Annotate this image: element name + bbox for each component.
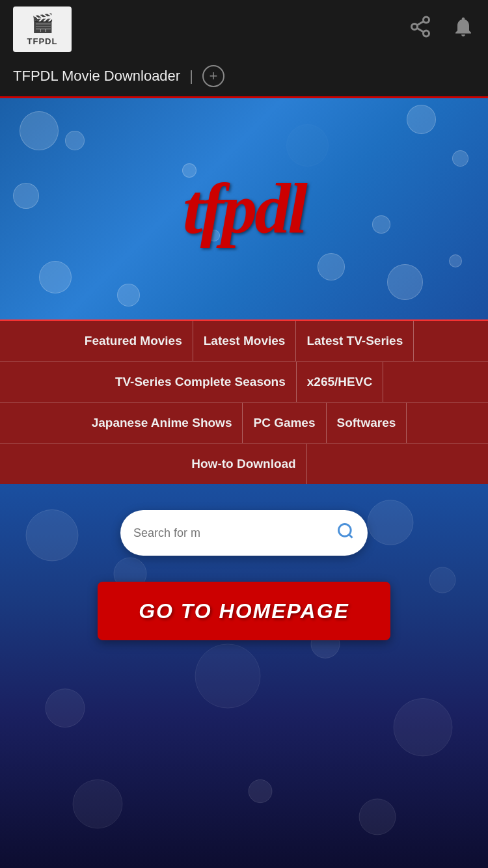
nav-pc-games[interactable]: PC Games [243,403,326,443]
nav-row-1: Featured Movies Latest Movies Latest TV-… [0,321,488,362]
title-bar: TFPDL Movie Downloader | + [0,59,488,98]
top-bar-icons [409,15,475,44]
nav-menu: Featured Movies Latest Movies Latest TV-… [0,319,488,484]
svg-point-0 [424,17,429,23]
svg-line-4 [417,21,424,25]
nav-tv-series-complete[interactable]: TV-Series Complete Seasons [105,362,297,402]
hero-banner: tfpdl [0,98,488,319]
svg-point-1 [412,24,418,30]
homepage-button[interactable]: GO TO HOMEPAGE [98,582,390,640]
logo-icon: 🎬 [31,12,54,34]
svg-point-11 [394,698,452,756]
bell-icon[interactable] [452,15,475,44]
nav-row-2: TV-Series Complete Seasons x265/HEVC [0,362,488,403]
logo-text: TFPDL [27,36,58,46]
svg-line-3 [417,28,424,32]
app-logo: 🎬 TFPDL [13,7,72,52]
search-input[interactable] [133,526,330,540]
nav-latest-movies[interactable]: Latest Movies [193,321,297,361]
svg-line-17 [349,534,352,537]
search-container [120,510,368,556]
svg-point-9 [195,644,260,708]
nav-softwares[interactable]: Softwares [327,403,407,443]
nav-how-to-download[interactable]: How-to Download [181,444,306,484]
nav-latest-tv-series[interactable]: Latest TV-Series [296,321,414,361]
nav-featured-movies[interactable]: Featured Movies [74,321,193,361]
nav-x265-hevc[interactable]: x265/HEVC [297,362,383,402]
svg-point-16 [339,524,351,537]
svg-point-15 [249,780,272,802]
svg-point-5 [26,509,78,561]
title-divider: | [189,68,193,85]
search-icon [336,522,355,544]
svg-point-14 [359,799,396,835]
content-area: GO TO HOMEPAGE [0,484,488,868]
app-title: TFPDL Movie Downloader [13,68,180,85]
nav-japanese-anime[interactable]: Japanese Anime Shows [81,403,243,443]
svg-point-10 [46,689,85,727]
add-tab-button[interactable]: + [202,65,224,87]
svg-point-2 [424,31,429,36]
nav-row-3: Japanese Anime Shows PC Games Softwares [0,403,488,444]
share-icon[interactable] [409,15,432,44]
top-bar: 🎬 TFPDL [0,0,488,59]
hero-logo: tfpdl [183,168,305,251]
nav-row-4: How-to Download [0,444,488,484]
svg-point-13 [73,780,122,828]
svg-point-7 [368,500,413,545]
homepage-button-label: GO TO HOMEPAGE [139,599,349,623]
svg-point-8 [429,567,455,593]
